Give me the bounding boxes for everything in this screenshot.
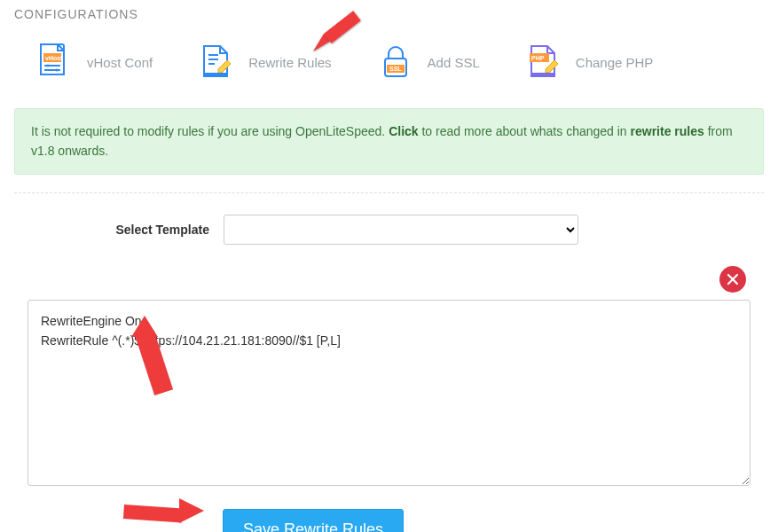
alert-click-link[interactable]: Click xyxy=(389,124,418,138)
config-tabs: vHost vHost Conf xyxy=(14,35,764,103)
svg-point-4 xyxy=(47,65,50,67)
tab-change-php[interactable]: PHP Change PHP xyxy=(524,43,654,82)
tab-vhost-label: vHost Conf xyxy=(87,55,153,70)
tab-ssl-label: Add SSL xyxy=(428,55,480,70)
svg-rect-10 xyxy=(204,73,227,76)
tab-add-ssl[interactable]: SSL Add SSL xyxy=(376,43,480,82)
section-title: CONFIGURATIONS xyxy=(14,7,764,21)
php-icon: PHP xyxy=(524,43,563,82)
svg-text:vHost: vHost xyxy=(45,55,63,61)
svg-rect-16 xyxy=(531,73,554,76)
select-template-dropdown[interactable] xyxy=(224,215,578,245)
rewrite-icon xyxy=(197,43,236,82)
svg-point-6 xyxy=(56,69,59,72)
rewrite-rules-textarea[interactable] xyxy=(28,300,750,486)
tab-rewrite-rules[interactable]: Rewrite Rules xyxy=(197,43,331,82)
tab-rewrite-label: Rewrite Rules xyxy=(248,55,331,70)
info-alert: It is not required to modify rules if yo… xyxy=(14,108,764,175)
svg-text:SSL: SSL xyxy=(389,66,402,72)
alert-text-1: It is not required to modify rules if yo… xyxy=(31,124,389,138)
alert-bold: rewrite rules xyxy=(631,124,704,138)
close-icon[interactable] xyxy=(719,266,746,293)
save-rewrite-rules-button[interactable]: Save Rewrite Rules xyxy=(223,509,404,532)
svg-text:PHP: PHP xyxy=(531,55,545,61)
ssl-lock-icon: SSL xyxy=(376,43,415,82)
select-template-label: Select Template xyxy=(103,223,209,237)
divider xyxy=(14,192,764,193)
tab-vhost-conf[interactable]: vHost vHost Conf xyxy=(35,43,153,82)
tab-php-label: Change PHP xyxy=(576,55,654,70)
vhost-icon: vHost xyxy=(35,43,75,82)
select-template-row: Select Template xyxy=(14,215,764,245)
alert-text-2: to read more about whats changed in xyxy=(419,124,631,138)
